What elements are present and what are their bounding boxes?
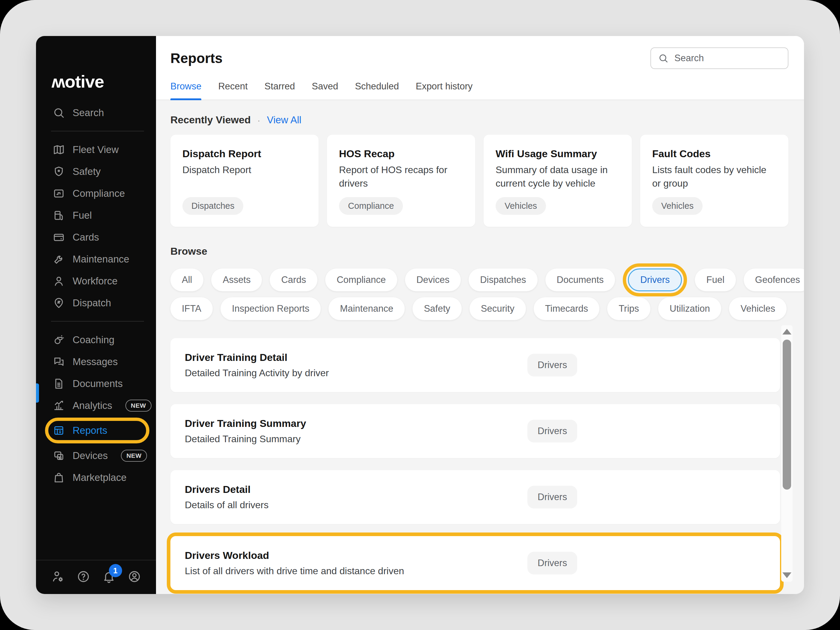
report-card-wifi-usage-summary[interactable]: Wifi Usage Summary Summary of data usage… xyxy=(483,135,632,227)
report-row-description: Detailed Training Activity by driver xyxy=(185,368,780,379)
filter-pill-assets[interactable]: Assets xyxy=(211,268,262,291)
wrench-icon xyxy=(53,253,65,265)
sidebar-item-dispatch[interactable]: Dispatch xyxy=(36,292,156,314)
tab-recent[interactable]: Recent xyxy=(218,81,248,99)
credit-card-icon xyxy=(53,231,65,243)
report-row-description: List of all drivers with drive time and … xyxy=(185,565,780,576)
filter-pill-safety[interactable]: Safety xyxy=(412,297,462,320)
sidebar-item-coaching[interactable]: Coaching xyxy=(36,329,156,351)
sidebar-item-maintenance[interactable]: Maintenance xyxy=(36,248,156,270)
report-card-fault-codes[interactable]: Fault Codes Lists fault codes by vehicle… xyxy=(640,135,788,227)
sidebar-item-label: Dispatch xyxy=(73,297,111,309)
sidebar-item-cards[interactable]: Cards xyxy=(36,226,156,248)
filter-pill-fuel[interactable]: Fuel xyxy=(695,268,736,291)
filter-pill-all[interactable]: All xyxy=(171,268,204,291)
analytics-chart-icon xyxy=(53,399,65,412)
search-icon xyxy=(53,107,65,119)
filter-pill-inspection-reports[interactable]: Inspection Reports xyxy=(221,297,321,320)
sidebar-divider xyxy=(51,131,144,131)
reports-tabs: Browse Recent Starred Saved Scheduled Ex… xyxy=(171,81,788,99)
report-row-driver-training-summary[interactable]: Driver Training Summary Detailed Trainin… xyxy=(171,404,780,458)
list-scrollbar[interactable] xyxy=(781,325,793,582)
filter-pill-devices[interactable]: Devices xyxy=(405,268,461,291)
sidebar-bottom-bar: 1 xyxy=(36,560,156,594)
filter-pill-dispatches[interactable]: Dispatches xyxy=(469,268,537,291)
report-row-drivers-workload-highlighted[interactable]: Drivers Workload List of all drivers wit… xyxy=(171,536,780,590)
report-row-driver-training-detail[interactable]: Driver Training Detail Detailed Training… xyxy=(171,338,780,392)
filter-pill-documents[interactable]: Documents xyxy=(545,268,615,291)
filter-pill-ifta[interactable]: IFTA xyxy=(171,297,213,320)
sidebar-item-fleet-view[interactable]: Fleet View xyxy=(36,139,156,161)
scrollbar-thumb[interactable] xyxy=(783,339,791,489)
filter-pill-security[interactable]: Security xyxy=(469,297,526,320)
help-icon[interactable] xyxy=(77,570,90,584)
sidebar-item-label: Compliance xyxy=(73,188,125,199)
admin-settings-icon[interactable] xyxy=(51,570,65,584)
report-card-dispatch-report[interactable]: Dispatch Report Dispatch Report Dispatch… xyxy=(171,135,319,227)
sidebar-item-analytics[interactable]: Analytics NEW xyxy=(36,395,156,417)
sidebar-item-workforce[interactable]: Workforce xyxy=(36,270,156,292)
filter-pill-utilization[interactable]: Utilization xyxy=(658,297,721,320)
search-input[interactable] xyxy=(674,53,781,63)
report-row-title: Driver Training Detail xyxy=(185,352,780,363)
card-description: Summary of data usage in current cycle b… xyxy=(496,163,620,191)
filter-pill-drivers-selected[interactable]: Drivers xyxy=(628,268,682,291)
sidebar-item-compliance[interactable]: Compliance xyxy=(36,182,156,204)
card-title: Dispatch Report xyxy=(182,148,306,159)
sidebar-item-marketplace[interactable]: Marketplace xyxy=(36,466,156,488)
sidebar-item-documents[interactable]: Documents xyxy=(36,373,156,395)
sidebar-item-label: Reports xyxy=(73,425,107,436)
sidebar-item-safety[interactable]: Safety xyxy=(36,161,156,182)
sidebar-divider xyxy=(51,321,144,322)
tab-export-history[interactable]: Export history xyxy=(416,81,473,99)
report-row-drivers-detail[interactable]: Drivers Detail Details of all drivers Dr… xyxy=(171,470,780,524)
filter-pill-maintenance[interactable]: Maintenance xyxy=(328,297,405,320)
notifications-bell-icon[interactable]: 1 xyxy=(102,570,115,584)
reports-highlight-ring: Reports xyxy=(45,418,149,444)
tab-browse[interactable]: Browse xyxy=(171,81,201,99)
sidebar-item-fuel[interactable]: Fuel xyxy=(36,204,156,226)
filter-pill-compliance[interactable]: Compliance xyxy=(325,268,397,291)
new-badge: NEW xyxy=(121,450,147,462)
filter-pill-trips[interactable]: Trips xyxy=(607,297,651,320)
main-content: Reports Browse Recent Starred Saved Sche… xyxy=(156,36,804,594)
screenshot-frame: ʍotive Search Fleet View Safety Complian… xyxy=(0,0,840,630)
filter-pill-cards[interactable]: Cards xyxy=(270,268,317,291)
active-indicator-bar xyxy=(36,384,39,403)
scrollbar-down-arrow-icon[interactable] xyxy=(782,572,791,578)
sidebar-item-label: Marketplace xyxy=(73,472,126,483)
map-icon xyxy=(53,144,65,156)
sidebar-item-label: Devices xyxy=(73,450,108,461)
filter-pill-vehicles[interactable]: Vehicles xyxy=(729,297,786,320)
report-card-hos-recap[interactable]: HOS Recap Report of HOS recaps for drive… xyxy=(327,135,475,227)
tab-starred[interactable]: Starred xyxy=(265,81,295,99)
account-avatar-icon[interactable] xyxy=(128,570,141,584)
filter-pill-timecards[interactable]: Timecards xyxy=(534,297,600,320)
report-row-title: Drivers Workload xyxy=(185,549,780,561)
sidebar-item-search[interactable]: Search xyxy=(36,102,156,123)
sidebar-item-label: Analytics xyxy=(73,400,112,411)
report-row-tag: Drivers xyxy=(527,486,577,508)
view-all-link[interactable]: View All xyxy=(267,114,302,126)
sidebar-item-label: Documents xyxy=(73,378,123,389)
compliance-icon xyxy=(53,188,65,199)
report-row-description: Detailed Training Summary xyxy=(185,434,780,445)
reports-icon xyxy=(53,425,65,436)
sidebar-item-reports[interactable]: Reports xyxy=(48,421,107,440)
sidebar-item-devices[interactable]: Devices NEW xyxy=(36,445,156,466)
shield-icon xyxy=(53,166,65,178)
sidebar-item-messages[interactable]: Messages xyxy=(36,351,156,373)
browse-heading: Browse xyxy=(171,245,804,257)
reports-search-box[interactable] xyxy=(651,47,788,69)
shopping-bag-icon xyxy=(53,472,65,483)
card-description: Dispatch Report xyxy=(182,163,306,177)
drivers-pill-highlight-ring: Drivers xyxy=(623,264,687,297)
filter-pill-geofences[interactable]: Geofences xyxy=(744,268,804,291)
chat-bubbles-icon xyxy=(53,356,65,368)
tab-scheduled[interactable]: Scheduled xyxy=(355,81,399,99)
app-window: ʍotive Search Fleet View Safety Complian… xyxy=(36,36,804,594)
card-tag: Dispatches xyxy=(182,197,243,215)
sidebar-item-label: Fuel xyxy=(73,210,92,221)
scrollbar-up-arrow-icon[interactable] xyxy=(782,329,791,335)
tab-saved[interactable]: Saved xyxy=(312,81,338,99)
